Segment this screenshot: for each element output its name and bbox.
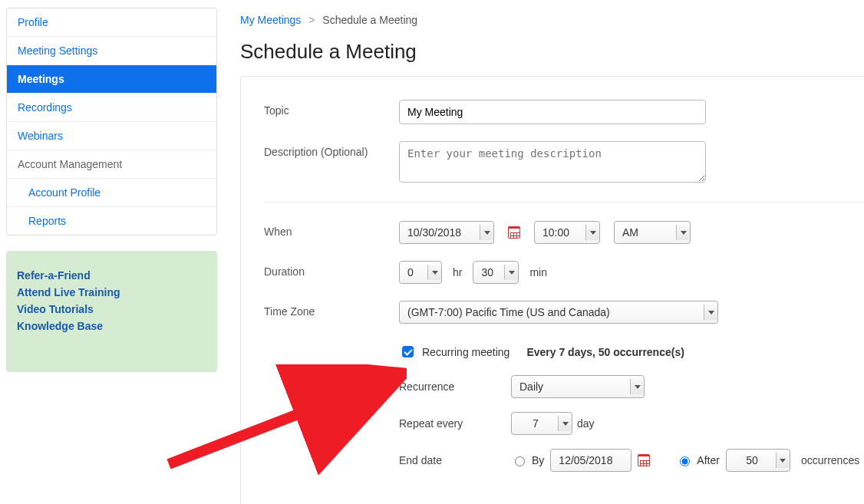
sidebar-item-meetings[interactable]: Meetings [7,65,216,94]
chevron-down-icon [509,271,515,275]
chevron-down-icon [780,459,786,463]
topic-input[interactable] [399,100,706,124]
when-ampm-select[interactable]: AM [614,221,691,244]
calendar-icon[interactable] [508,226,520,239]
promo-link-tutorials[interactable]: Video Tutorials [17,303,206,315]
enddate-after-value: 50 [734,454,770,466]
breadcrumb-sep: > [308,14,315,26]
recurrence-value: Daily [519,380,543,393]
duration-hr-value: 0 [407,266,414,278]
form-panel: Topic Description (Optional) When 10/30/… [240,76,864,504]
duration-min-unit: min [529,266,547,278]
sidebar-item-meeting-settings[interactable]: Meeting Settings [7,37,216,65]
repeat-select[interactable]: 7 [511,412,572,435]
sidebar-item-recordings[interactable]: Recordings [7,94,216,122]
duration-min-value: 30 [481,266,493,278]
enddate-label: End date [399,454,511,466]
tz-select[interactable]: (GMT-7:00) Pacific Time (US and Canada) [399,301,718,324]
chevron-down-icon [681,231,687,235]
chevron-down-icon [590,231,596,235]
recurrence-label: Recurrence [399,380,511,393]
sidebar-heading-account: Account Management [7,150,216,179]
breadcrumb: My Meetings > Schedule a Meeting [240,14,864,26]
enddate-after-unit: occurrences [801,454,859,466]
chevron-down-icon [432,271,438,275]
duration-label: Duration [264,261,399,278]
breadcrumb-current: Schedule a Meeting [322,14,417,26]
enddate-after-radio[interactable] [680,456,690,466]
promo-link-training[interactable]: Attend Live Training [17,286,206,298]
sidebar-item-reports[interactable]: Reports [7,207,216,235]
recurring-label: Recurring meeting [422,346,509,358]
description-input[interactable] [399,141,706,183]
tz-value: (GMT-7:00) Pacific Time (US and Canada) [407,306,610,318]
divider [264,202,864,203]
enddate-by-select[interactable]: 12/05/2018 [550,449,632,472]
enddate-after-label: After [697,454,720,466]
chevron-down-icon [708,311,714,315]
enddate-by-label: By [532,454,544,466]
repeat-label: Repeat every [399,417,511,430]
duration-hr-select[interactable]: 0 [399,261,442,284]
duration-min-select[interactable]: 30 [473,261,519,284]
chevron-down-icon [484,231,490,235]
when-hour-value: 10:00 [542,226,569,239]
promo-link-kb[interactable]: Knowledge Base [17,320,206,332]
repeat-unit: day [577,417,595,430]
enddate-by-value: 12/05/2018 [559,454,612,466]
recurrence-select[interactable]: Daily [511,375,645,398]
when-hour-select[interactable]: 10:00 [534,221,600,244]
promo-link-refer[interactable]: Refer-a-Friend [17,269,206,282]
when-label: When [264,221,399,238]
description-label: Description (Optional) [264,141,399,158]
enddate-by-radio[interactable] [515,456,525,466]
recurring-checkbox[interactable] [402,346,414,357]
sidebar-item-profile[interactable]: Profile [7,8,216,37]
topic-label: Topic [264,100,399,117]
when-date-select[interactable]: 10/30/2018 [399,221,494,244]
chevron-down-icon [635,385,641,389]
when-date-value: 10/30/2018 [407,226,461,239]
when-ampm-value: AM [622,226,638,239]
duration-hr-unit: hr [453,266,462,278]
page-title: Schedule a Meeting [240,40,864,64]
sidebar-item-webinars[interactable]: Webinars [7,122,216,150]
sidebar-item-account-profile[interactable]: Account Profile [7,179,216,207]
recurring-summary: Every 7 days, 50 occurrence(s) [526,346,684,358]
enddate-after-select[interactable]: 50 [726,449,790,472]
tz-label: Time Zone [264,301,399,318]
chevron-down-icon [562,422,569,426]
breadcrumb-root[interactable]: My Meetings [240,14,301,26]
calendar-icon[interactable] [638,454,650,466]
sidebar-nav: Profile Meeting Settings Meetings Record… [6,8,217,236]
promo-box: Refer-a-Friend Attend Live Training Vide… [6,251,217,372]
repeat-value: 7 [519,417,552,430]
